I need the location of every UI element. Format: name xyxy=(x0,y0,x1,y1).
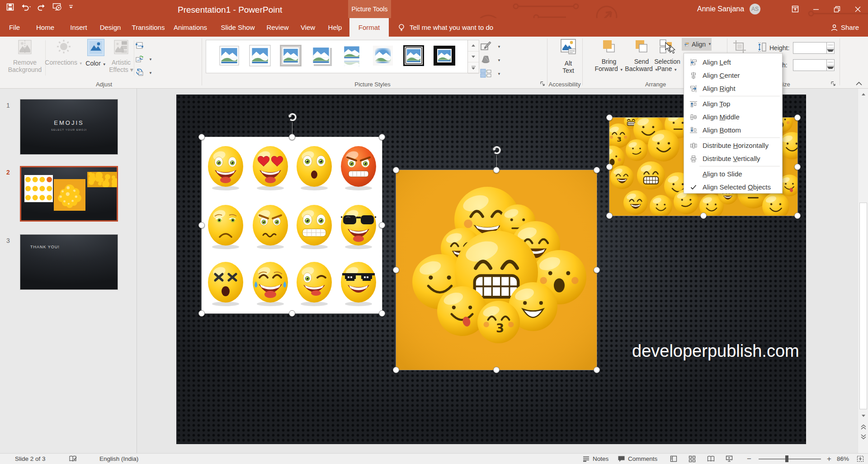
selection-handle[interactable] xyxy=(198,310,205,317)
contextual-tab-group[interactable]: Picture Tools xyxy=(348,0,391,18)
selection-handle[interactable] xyxy=(606,114,613,121)
selection-handle[interactable] xyxy=(379,310,385,317)
selection-handle[interactable] xyxy=(393,367,399,373)
selection-handle[interactable] xyxy=(794,164,801,170)
reading-view-button[interactable] xyxy=(707,454,715,464)
selection-handle[interactable] xyxy=(493,167,500,173)
menu-item-align-center[interactable]: Align Center xyxy=(684,69,782,82)
user-account[interactable]: Annie Sanjana AS xyxy=(697,4,760,14)
compress-pictures-button[interactable] xyxy=(136,42,146,51)
artistic-effects-button[interactable]: ArtisticEffects ▾ xyxy=(110,39,132,73)
scroll-up-button[interactable] xyxy=(859,90,868,99)
rotate-icon[interactable] xyxy=(287,111,297,122)
minimize-button[interactable] xyxy=(806,0,826,18)
zoom-level[interactable]: 86% xyxy=(837,454,849,464)
selection-handle[interactable] xyxy=(594,267,600,273)
selection-handle[interactable] xyxy=(606,213,613,219)
tab-insert[interactable]: Insert xyxy=(67,18,90,37)
selection-handle[interactable] xyxy=(493,367,500,373)
crop-button[interactable] xyxy=(732,39,747,54)
picture-style-simple[interactable] xyxy=(218,45,240,66)
selection-handle[interactable] xyxy=(289,310,295,317)
size-dialog-launcher[interactable] xyxy=(830,80,836,87)
menu-item-align-bottom[interactable]: Align Bottom xyxy=(684,123,782,137)
notes-button[interactable]: Notes xyxy=(582,454,609,464)
selection-handle[interactable] xyxy=(393,267,399,273)
menu-item-align-right[interactable]: Align Right xyxy=(684,82,782,95)
tab-format[interactable]: Format xyxy=(349,18,389,37)
rotate-handle[interactable] xyxy=(491,144,502,155)
slideshow-view-button[interactable] xyxy=(726,454,733,464)
zoom-slider-thumb[interactable] xyxy=(785,455,788,462)
menu-item-align-selected-objects[interactable]: Align Selected Objects xyxy=(684,180,782,194)
emoji-pile-picture[interactable]: 3 xyxy=(396,170,597,370)
normal-view-button[interactable] xyxy=(670,454,677,464)
slide-indicator[interactable]: Slide 2 of 3 xyxy=(15,454,46,464)
align-button[interactable]: Align▼ xyxy=(682,38,712,51)
picture-style-black2[interactable] xyxy=(434,45,455,66)
gallery-down-button[interactable] xyxy=(468,52,479,63)
slide-sorter-button[interactable] xyxy=(689,454,696,464)
selection-handle[interactable] xyxy=(289,134,295,140)
picture-border-button[interactable]: ▼ xyxy=(480,41,501,53)
qat-redo[interactable] xyxy=(38,3,46,11)
width-input-spinner[interactable] xyxy=(826,60,834,71)
picture-layout-button[interactable]: ▼ xyxy=(480,68,501,80)
menu-item-distribute-vertically[interactable]: Distribute Vertically xyxy=(684,152,782,165)
selection-handle[interactable] xyxy=(198,134,205,140)
emoji-grid-picture[interactable] xyxy=(202,137,382,313)
picture-style-white[interactable] xyxy=(249,45,271,66)
picture-style-black1[interactable] xyxy=(403,45,425,66)
selection-handle[interactable] xyxy=(700,213,707,219)
picture-style-soft[interactable] xyxy=(372,45,394,66)
picture-style-metal[interactable] xyxy=(280,45,302,66)
fit-slide-button[interactable] xyxy=(857,454,864,464)
qat-undo[interactable] xyxy=(20,3,31,11)
width-input[interactable] xyxy=(793,59,835,71)
slide-thumbnail-3[interactable]: THANK YOU! xyxy=(20,234,118,290)
language-indicator[interactable]: English (India) xyxy=(99,454,138,464)
height-input-spinner[interactable] xyxy=(826,43,834,53)
tab-review[interactable]: Review xyxy=(265,18,290,37)
rotate-handle[interactable] xyxy=(287,111,297,122)
reset-picture-button[interactable]: ▼ xyxy=(136,69,152,78)
next-slide-button[interactable] xyxy=(859,432,868,441)
picture-styles-dialog-launcher[interactable] xyxy=(539,80,546,87)
selection-handle[interactable] xyxy=(393,167,399,173)
picture-style-shadow[interactable] xyxy=(311,45,332,66)
ribbon-display-options-button[interactable] xyxy=(785,0,806,18)
rotate-icon[interactable] xyxy=(491,144,502,155)
corrections-button[interactable]: Corrections ▼ xyxy=(49,39,79,66)
remove-background-button[interactable]: RemoveBackground xyxy=(9,39,41,73)
menu-item-align-to-slide[interactable]: Align to Slide xyxy=(684,167,782,180)
slide-thumbnail-1[interactable]: EMOJIS SELECT YOUR EMOJI xyxy=(20,99,118,155)
selection-handle[interactable] xyxy=(379,134,385,140)
gallery-more-button[interactable] xyxy=(468,62,479,74)
tab-file[interactable]: File xyxy=(4,18,25,37)
menu-item-align-left[interactable]: Align Left xyxy=(684,56,782,69)
selection-handle[interactable] xyxy=(794,114,801,121)
selection-handle[interactable] xyxy=(594,367,600,373)
scroll-down-button[interactable] xyxy=(859,412,868,420)
collapse-ribbon-button[interactable] xyxy=(854,80,863,87)
tab-transitions[interactable]: Transitions xyxy=(130,18,166,37)
bring-forward-button[interactable]: BringForward ▼ xyxy=(594,39,624,72)
close-button[interactable] xyxy=(847,0,868,18)
menu-item-distribute-horizontally[interactable]: Distribute Horizontally xyxy=(684,139,782,152)
avatar[interactable]: AS xyxy=(750,4,760,14)
tab-slide-show[interactable]: Slide Show xyxy=(221,18,255,37)
spell-check-indicator[interactable] xyxy=(69,454,78,464)
slide-thumbnail-2[interactable] xyxy=(20,166,118,222)
previous-slide-button[interactable] xyxy=(859,422,868,431)
qat-save[interactable] xyxy=(6,3,14,11)
comments-button[interactable]: Comments xyxy=(618,454,657,464)
restore-button[interactable] xyxy=(826,0,847,18)
gallery-up-button[interactable] xyxy=(468,40,479,52)
tab-animations[interactable]: Animations xyxy=(172,18,209,37)
tab-home[interactable]: Home xyxy=(35,18,55,37)
vertical-scrollbar[interactable] xyxy=(858,89,868,453)
tab-help[interactable]: Help xyxy=(326,18,344,37)
scrollbar-thumb[interactable] xyxy=(859,203,867,409)
qat-customize-qat[interactable] xyxy=(68,4,74,10)
picture-style-reflection[interactable] xyxy=(341,45,363,66)
